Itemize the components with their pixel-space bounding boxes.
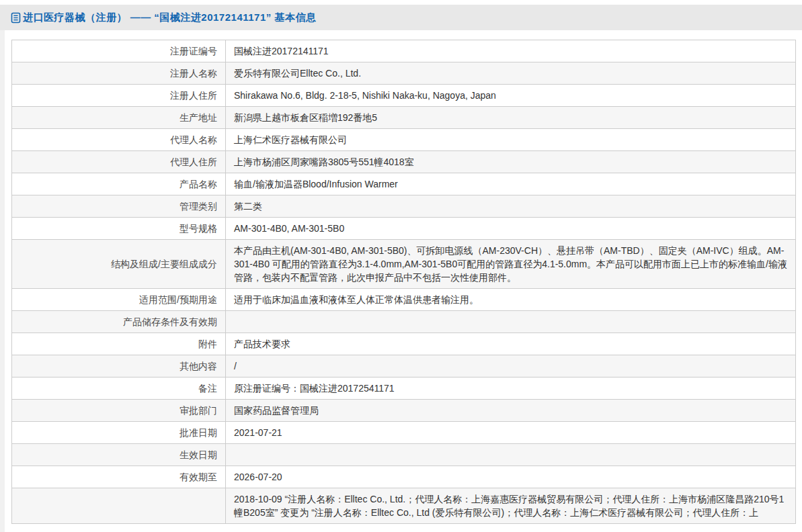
row-label: 适用范围/预期用途 [12,289,226,311]
row-value: 新潟県上越市板倉区稲増192番地5 [226,107,796,129]
row-label: 型号规格 [12,218,226,240]
row-label: 审批部门 [12,400,226,422]
table-row: 批准日期2021-07-21 [12,422,796,444]
table-row: 代理人住所上海市杨浦区周家嘴路3805号551幢4018室 [12,151,796,173]
row-value: 2018-10-09 “注册人名称：Elltec Co., Ltd.；代理人名称… [226,488,796,524]
row-value: 第二类 [226,195,796,218]
row-label: 注册人住所 [12,85,226,107]
row-label: 产品储存条件及有效期 [12,311,226,333]
row-value [226,444,796,466]
row-value: 上海市杨浦区周家嘴路3805号551幢4018室 [226,151,796,173]
row-label: 结构及组成/主要组成成分 [12,240,226,289]
table-row: 备注原注册证编号：国械注进20172541171 [12,378,796,400]
row-label: 注册人名称 [12,62,226,85]
row-value: Shirakawa No.6, Bldg. 2-18-5, Nishiki Na… [226,85,796,107]
page-left-edge [0,30,5,532]
row-label [12,488,226,524]
row-value: AM-301-4B0, AM-301-5B0 [226,218,796,240]
row-value: 产品技术要求 [226,333,796,355]
document-icon [11,12,21,24]
table-row: 附件产品技术要求 [12,333,796,355]
table-row: 生产地址新潟県上越市板倉区稲増192番地5 [12,107,796,129]
table-row: 其他内容/ [12,355,796,378]
table-row: 产品储存条件及有效期 [12,311,796,333]
row-label: 产品名称 [12,173,226,195]
row-label: 注册证编号 [12,40,226,62]
row-value: 输血/输液加温器Blood/Infusion Warmer [226,173,796,195]
row-label: 生效日期 [12,444,226,466]
row-value [226,311,796,333]
content-area: 注册证编号国械注进20172141171注册人名称爱乐特有限公司Elltec C… [0,30,802,524]
table-row: 注册人名称爱乐特有限公司Elltec Co., Ltd. [12,62,796,85]
row-value: 原注册证编号：国械注进20172541171 [226,378,796,400]
table-row: 审批部门国家药品监督管理局 [12,400,796,422]
row-label: 其他内容 [12,355,226,378]
row-label: 附件 [12,333,226,355]
table-row: 管理类别第二类 [12,195,796,218]
registration-table-body: 注册证编号国械注进20172141171注册人名称爱乐特有限公司Elltec C… [12,40,796,524]
table-row: 有效期至2026-07-20 [12,466,796,488]
row-value: / [226,355,796,378]
row-label: 生产地址 [12,107,226,129]
table-row: 代理人名称上海仁术医疗器械有限公司 [12,129,796,151]
row-value: 适用于临床加温血液和液体至人体正常体温供患者输注用。 [226,289,796,311]
registration-table: 注册证编号国械注进20172141171注册人名称爱乐特有限公司Elltec C… [11,40,796,524]
row-value: 本产品由主机(AM-301-4B0, AM-301-5B0)、可拆卸电源线（AM… [226,240,796,289]
row-value: 2026-07-20 [226,466,796,488]
page-header: 进口医疗器械（注册） —— “国械注进20172141171” 基本信息 [0,5,802,30]
table-row: 产品名称输血/输液加温器Blood/Infusion Warmer [12,173,796,195]
table-row: 注册证编号国械注进20172141171 [12,40,796,62]
row-value: 国家药品监督管理局 [226,400,796,422]
table-row: 2018-10-09 “注册人名称：Elltec Co., Ltd.；代理人名称… [12,488,796,524]
table-row: 结构及组成/主要组成成分本产品由主机(AM-301-4B0, AM-301-5B… [12,240,796,289]
table-row: 生效日期 [12,444,796,466]
table-row: 型号规格AM-301-4B0, AM-301-5B0 [12,218,796,240]
page-title: 进口医疗器械（注册） —— “国械注进20172141171” 基本信息 [23,11,316,24]
row-value: 爱乐特有限公司Elltec Co., Ltd. [226,62,796,85]
row-label: 有效期至 [12,466,226,488]
row-label: 批准日期 [12,422,226,444]
row-label: 代理人名称 [12,129,226,151]
row-value: 上海仁术医疗器械有限公司 [226,129,796,151]
row-label: 备注 [12,378,226,400]
row-value: 2021-07-21 [226,422,796,444]
table-row: 注册人住所Shirakawa No.6, Bldg. 2-18-5, Nishi… [12,85,796,107]
row-label: 管理类别 [12,195,226,218]
table-row: 适用范围/预期用途适用于临床加温血液和液体至人体正常体温供患者输注用。 [12,289,796,311]
row-value: 国械注进20172141171 [226,40,796,62]
row-label: 代理人住所 [12,151,226,173]
